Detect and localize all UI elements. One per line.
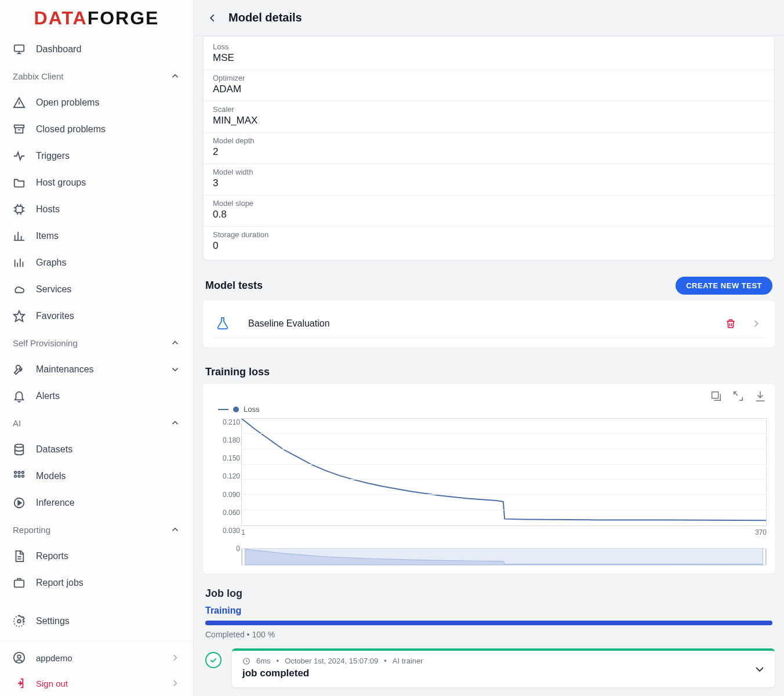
sidebar-item-datasets[interactable]: Datasets — [0, 436, 193, 463]
svg-rect-13 — [14, 580, 24, 587]
main: Model details LossMSEOptimizerADAMScaler… — [194, 0, 784, 696]
sidebar-item-reports[interactable]: Reports — [0, 543, 193, 570]
content-scroll[interactable]: LossMSEOptimizerADAMScalerMIN_MAXModel d… — [194, 36, 784, 696]
chart-range-slider[interactable] — [241, 548, 767, 566]
section-training-loss: Training loss — [203, 360, 775, 384]
section-title: Training loss — [205, 366, 270, 378]
sidebar-group-zabbix[interactable]: Zabbix Client — [0, 63, 193, 89]
range-handle-left[interactable] — [242, 548, 245, 566]
sidebar-label: Favorites — [36, 311, 74, 321]
svg-point-6 — [18, 472, 20, 474]
legend-line — [218, 409, 228, 410]
open-test-button[interactable] — [750, 318, 762, 329]
dot: • — [384, 657, 387, 665]
joblog-duration: 6ms — [256, 657, 271, 665]
expand-icon[interactable] — [753, 662, 767, 676]
zoom-reset-icon[interactable] — [732, 390, 745, 403]
sidebar-label: Settings — [36, 616, 70, 626]
joblog-entry: 6ms • October 1st, 2024, 15:07:09 • AI t… — [203, 648, 775, 687]
svg-point-4 — [15, 444, 24, 448]
sidebar-item-items[interactable]: Items — [0, 223, 193, 249]
param-label: Storage duration — [213, 230, 765, 239]
sidebar-label: Dashboard — [36, 44, 81, 55]
chevron-up-icon — [170, 418, 180, 428]
sidebar-item-user[interactable]: appdemo — [0, 645, 193, 670]
sidebar-label: Open problems — [36, 97, 99, 108]
test-row[interactable]: Baseline Evaluation — [213, 310, 764, 338]
sidebar-label: Hosts — [36, 204, 60, 215]
svg-marker-12 — [18, 501, 21, 505]
sidebar-scroll[interactable]: Dashboard Zabbix Client Open problems Cl… — [0, 36, 193, 641]
sidebar-item-hosts[interactable]: Hosts — [0, 196, 193, 223]
sidebar-group-selfprov[interactable]: Self Provisioning — [0, 329, 193, 356]
param-label: Model depth — [213, 136, 765, 145]
range-handle-right[interactable] — [763, 548, 766, 566]
sidebar-item-inference[interactable]: Inference — [0, 490, 193, 516]
sidebar-footer: appdemo Sign out — [0, 641, 193, 696]
delete-test-button[interactable] — [725, 318, 736, 329]
sb-group-label: Self Provisioning — [13, 338, 78, 348]
brand-left: DATA — [34, 8, 88, 29]
sidebar-item-alerts[interactable]: Alerts — [0, 383, 193, 409]
svg-marker-3 — [14, 311, 24, 321]
sidebar: DATAFORGE Dashboard Zabbix Client Open p… — [0, 0, 194, 696]
chevron-up-icon — [170, 338, 180, 348]
sidebar-label: Items — [36, 231, 59, 241]
sidebar-item-services[interactable]: Services — [0, 276, 193, 303]
x-min: 1 — [241, 528, 245, 536]
chart-y-axis: 0.2100.1800.1500.1200.0900.0600.0300 — [211, 418, 240, 553]
sidebar-item-host-groups[interactable]: Host groups — [0, 169, 193, 196]
sidebar-item-signout[interactable]: Sign out — [0, 670, 193, 696]
tests-card: Baseline Evaluation — [203, 300, 775, 347]
joblog-stage: Training — [203, 606, 775, 617]
create-test-button[interactable]: CREATE NEW TEST — [676, 277, 772, 295]
gear-icon — [13, 615, 26, 628]
x-max: 370 — [755, 528, 767, 536]
joblog-card[interactable]: 6ms • October 1st, 2024, 15:07:09 • AI t… — [232, 648, 775, 687]
folder-icon — [13, 176, 26, 189]
sidebar-item-triggers[interactable]: Triggers — [0, 143, 193, 169]
play-circle-icon — [13, 496, 26, 509]
sidebar-label: Host groups — [36, 177, 86, 188]
sidebar-label: Alerts — [36, 391, 60, 401]
back-button[interactable] — [204, 10, 220, 26]
param-row: Storage duration0 — [204, 227, 774, 258]
sidebar-item-graphs[interactable]: Graphs — [0, 249, 193, 276]
svg-point-5 — [14, 472, 17, 474]
cloud-icon — [13, 283, 26, 296]
sidebar-item-open-problems[interactable]: Open problems — [0, 89, 193, 116]
sidebar-item-settings[interactable]: Settings — [0, 608, 193, 635]
section-job-log: Job log — [203, 588, 775, 606]
svg-point-8 — [14, 475, 17, 477]
svg-rect-1 — [14, 125, 24, 128]
sidebar-label: Closed problems — [36, 124, 106, 135]
sidebar-group-reporting[interactable]: Reporting — [0, 516, 193, 543]
svg-point-16 — [17, 655, 21, 658]
section-model-tests: Model tests CREATE NEW TEST — [203, 271, 775, 300]
sidebar-item-report-jobs[interactable]: Report jobs — [0, 570, 193, 596]
chart-plot-box[interactable] — [241, 418, 767, 526]
sidebar-group-ai[interactable]: AI — [0, 409, 193, 436]
joblog-author: AI trainer — [393, 657, 423, 665]
y-tick: 0.180 — [223, 436, 240, 444]
param-value: 0.8 — [213, 209, 765, 220]
activity-icon — [13, 150, 26, 162]
param-value: 0 — [213, 240, 765, 252]
svg-rect-17 — [712, 392, 718, 398]
sidebar-item-closed-problems[interactable]: Closed problems — [0, 116, 193, 143]
bar-chart-icon — [13, 230, 26, 242]
sidebar-item-dashboard[interactable]: Dashboard — [0, 36, 193, 63]
sb-group-label: Reporting — [13, 525, 50, 535]
sb-group-label: Zabbix Client — [13, 71, 64, 81]
sidebar-item-maintenances[interactable]: Maintenances — [0, 356, 193, 383]
zoom-select-icon[interactable] — [710, 390, 723, 403]
download-icon[interactable] — [754, 390, 767, 403]
y-tick: 0.030 — [223, 527, 240, 535]
legend-label: Loss — [244, 405, 259, 414]
sidebar-item-favorites[interactable]: Favorites — [0, 303, 193, 329]
param-value: 2 — [213, 146, 765, 158]
sidebar-item-models[interactable]: Models — [0, 463, 193, 490]
param-label: Model width — [213, 168, 765, 176]
param-label: Scaler — [213, 105, 765, 114]
sidebar-label: Inference — [36, 498, 75, 508]
